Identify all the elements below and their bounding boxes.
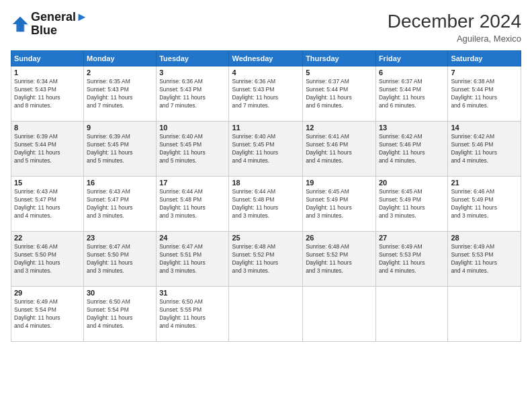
table-row: 16Sunrise: 6:43 AMSunset: 5:47 PMDayligh… (84, 177, 157, 232)
day-number: 26 (306, 234, 373, 242)
calendar-table: Sunday Monday Tuesday Wednesday Thursday… (11, 50, 521, 342)
calendar-week-row: 22Sunrise: 6:46 AMSunset: 5:50 PMDayligh… (11, 232, 521, 287)
calendar-week-row: 8Sunrise: 6:39 AMSunset: 5:44 PMDaylight… (11, 122, 521, 177)
page: General► Blue December 2024 Aguilera, Me… (0, 0, 532, 411)
table-row: 12Sunrise: 6:41 AMSunset: 5:46 PMDayligh… (303, 122, 376, 177)
col-wednesday: Wednesday (229, 51, 303, 66)
day-number: 12 (306, 124, 373, 132)
day-number: 19 (306, 179, 373, 187)
day-number: 11 (232, 124, 300, 132)
table-row: 3Sunrise: 6:36 AMSunset: 5:43 PMDaylight… (157, 66, 229, 122)
logo-line2: Blue (31, 24, 88, 38)
table-row: 15Sunrise: 6:43 AMSunset: 5:47 PMDayligh… (11, 177, 84, 232)
day-number: 10 (159, 124, 226, 132)
col-monday: Monday (84, 51, 157, 66)
table-row: 31Sunrise: 6:50 AMSunset: 5:55 PMDayligh… (157, 287, 229, 342)
day-info: Sunrise: 6:44 AMSunset: 5:48 PMDaylight:… (232, 188, 300, 220)
day-number: 4 (232, 68, 300, 77)
day-info: Sunrise: 6:37 AMSunset: 5:44 PMDaylight:… (379, 78, 445, 110)
calendar-week-row: 1Sunrise: 6:34 AMSunset: 5:43 PMDaylight… (11, 66, 521, 122)
day-number: 28 (451, 234, 518, 242)
day-number: 3 (159, 68, 226, 77)
col-friday: Friday (375, 51, 447, 66)
day-info: Sunrise: 6:40 AMSunset: 5:45 PMDaylight:… (159, 133, 226, 165)
day-number: 6 (379, 68, 445, 77)
table-row: 29Sunrise: 6:49 AMSunset: 5:54 PMDayligh… (11, 287, 84, 342)
day-info: Sunrise: 6:43 AMSunset: 5:47 PMDaylight:… (87, 188, 153, 220)
day-info: Sunrise: 6:48 AMSunset: 5:52 PMDaylight:… (306, 243, 373, 275)
table-row (303, 287, 376, 342)
day-info: Sunrise: 6:46 AMSunset: 5:50 PMDaylight:… (14, 243, 81, 275)
table-row: 9Sunrise: 6:39 AMSunset: 5:45 PMDaylight… (84, 122, 157, 177)
logo-line1: General► (31, 11, 88, 24)
day-number: 15 (14, 179, 81, 187)
day-info: Sunrise: 6:36 AMSunset: 5:43 PMDaylight:… (232, 78, 300, 110)
day-number: 23 (87, 234, 153, 242)
day-number: 7 (451, 68, 518, 77)
table-row: 23Sunrise: 6:47 AMSunset: 5:50 PMDayligh… (84, 232, 157, 287)
table-row: 20Sunrise: 6:45 AMSunset: 5:49 PMDayligh… (375, 177, 447, 232)
table-row: 14Sunrise: 6:42 AMSunset: 5:46 PMDayligh… (448, 122, 521, 177)
table-row (448, 287, 521, 342)
day-info: Sunrise: 6:43 AMSunset: 5:47 PMDaylight:… (14, 188, 81, 220)
table-row: 2Sunrise: 6:35 AMSunset: 5:43 PMDaylight… (84, 66, 157, 122)
calendar-header-row: Sunday Monday Tuesday Wednesday Thursday… (11, 51, 521, 66)
table-row: 27Sunrise: 6:49 AMSunset: 5:53 PMDayligh… (375, 232, 447, 287)
day-info: Sunrise: 6:45 AMSunset: 5:49 PMDaylight:… (306, 188, 373, 220)
logo: General► Blue (11, 11, 88, 38)
month-title: December 2024 (388, 11, 521, 32)
table-row: 13Sunrise: 6:42 AMSunset: 5:46 PMDayligh… (375, 122, 447, 177)
day-info: Sunrise: 6:39 AMSunset: 5:45 PMDaylight:… (87, 133, 153, 165)
table-row: 17Sunrise: 6:44 AMSunset: 5:48 PMDayligh… (157, 177, 229, 232)
day-number: 16 (87, 179, 153, 187)
day-number: 14 (451, 124, 518, 132)
day-info: Sunrise: 6:49 AMSunset: 5:53 PMDaylight:… (379, 243, 445, 275)
table-row (229, 287, 303, 342)
logo-icon (11, 15, 30, 34)
day-info: Sunrise: 6:40 AMSunset: 5:45 PMDaylight:… (232, 133, 300, 165)
day-info: Sunrise: 6:42 AMSunset: 5:46 PMDaylight:… (451, 133, 518, 165)
header: General► Blue December 2024 Aguilera, Me… (11, 11, 521, 44)
day-number: 8 (14, 124, 81, 132)
day-info: Sunrise: 6:45 AMSunset: 5:49 PMDaylight:… (379, 188, 445, 220)
day-info: Sunrise: 6:48 AMSunset: 5:52 PMDaylight:… (232, 243, 300, 275)
location: Aguilera, Mexico (388, 34, 521, 44)
day-info: Sunrise: 6:49 AMSunset: 5:54 PMDaylight:… (14, 298, 81, 330)
day-info: Sunrise: 6:47 AMSunset: 5:51 PMDaylight:… (159, 243, 226, 275)
day-info: Sunrise: 6:47 AMSunset: 5:50 PMDaylight:… (87, 243, 153, 275)
day-info: Sunrise: 6:36 AMSunset: 5:43 PMDaylight:… (159, 78, 226, 110)
table-row: 19Sunrise: 6:45 AMSunset: 5:49 PMDayligh… (303, 177, 376, 232)
table-row: 21Sunrise: 6:46 AMSunset: 5:49 PMDayligh… (448, 177, 521, 232)
day-number: 24 (159, 234, 226, 242)
day-info: Sunrise: 6:39 AMSunset: 5:44 PMDaylight:… (14, 133, 81, 165)
day-info: Sunrise: 6:38 AMSunset: 5:44 PMDaylight:… (451, 78, 518, 110)
day-info: Sunrise: 6:34 AMSunset: 5:43 PMDaylight:… (14, 78, 81, 110)
calendar-week-row: 15Sunrise: 6:43 AMSunset: 5:47 PMDayligh… (11, 177, 521, 232)
day-number: 2 (87, 68, 153, 77)
table-row: 10Sunrise: 6:40 AMSunset: 5:45 PMDayligh… (157, 122, 229, 177)
table-row: 5Sunrise: 6:37 AMSunset: 5:44 PMDaylight… (303, 66, 376, 122)
table-row: 4Sunrise: 6:36 AMSunset: 5:43 PMDaylight… (229, 66, 303, 122)
day-info: Sunrise: 6:46 AMSunset: 5:49 PMDaylight:… (451, 188, 518, 220)
table-row: 30Sunrise: 6:50 AMSunset: 5:54 PMDayligh… (84, 287, 157, 342)
day-info: Sunrise: 6:42 AMSunset: 5:46 PMDaylight:… (379, 133, 445, 165)
day-info: Sunrise: 6:37 AMSunset: 5:44 PMDaylight:… (306, 78, 373, 110)
day-number: 22 (14, 234, 81, 242)
col-thursday: Thursday (303, 51, 376, 66)
title-section: December 2024 Aguilera, Mexico (388, 11, 521, 44)
table-row: 28Sunrise: 6:49 AMSunset: 5:53 PMDayligh… (448, 232, 521, 287)
day-number: 21 (451, 179, 518, 187)
table-row (375, 287, 447, 342)
table-row: 22Sunrise: 6:46 AMSunset: 5:50 PMDayligh… (11, 232, 84, 287)
day-number: 30 (87, 289, 153, 297)
table-row: 11Sunrise: 6:40 AMSunset: 5:45 PMDayligh… (229, 122, 303, 177)
day-info: Sunrise: 6:35 AMSunset: 5:43 PMDaylight:… (87, 78, 153, 110)
day-number: 9 (87, 124, 153, 132)
day-number: 27 (379, 234, 445, 242)
table-row: 25Sunrise: 6:48 AMSunset: 5:52 PMDayligh… (229, 232, 303, 287)
day-info: Sunrise: 6:41 AMSunset: 5:46 PMDaylight:… (306, 133, 373, 165)
col-sunday: Sunday (11, 51, 84, 66)
day-number: 25 (232, 234, 300, 242)
table-row: 26Sunrise: 6:48 AMSunset: 5:52 PMDayligh… (303, 232, 376, 287)
table-row: 7Sunrise: 6:38 AMSunset: 5:44 PMDaylight… (448, 66, 521, 122)
